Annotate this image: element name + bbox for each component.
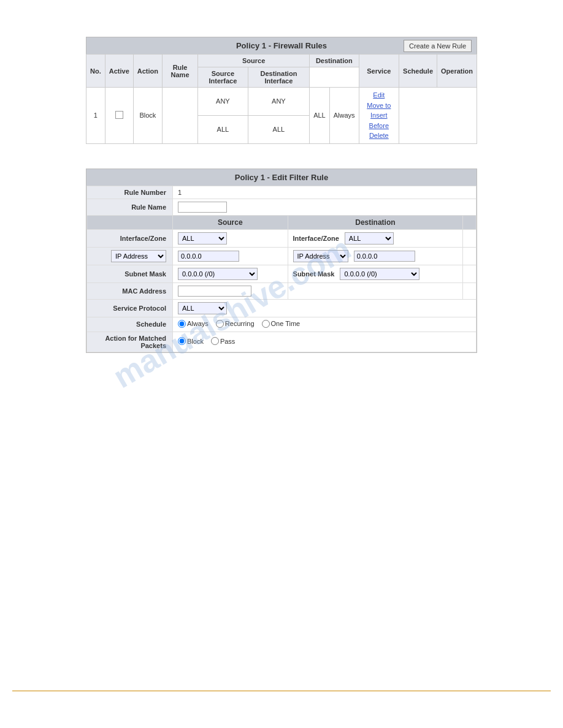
row-rule-name [163,88,198,144]
edit-rule-title: Policy 1 - Edit Filter Rule [86,169,477,186]
row-active-checkbox[interactable] [105,88,133,144]
dest-subnet-cell: Subnet Mask 0.0.0.0 (/0) [288,265,463,282]
source-subnet-select[interactable]: 0.0.0.0 (/0) [178,268,258,280]
action-pass-radio[interactable] [211,337,219,345]
row-source-iface: ALL [198,115,248,143]
bottom-divider [12,691,551,691]
dest-subnet-select[interactable]: 0.0.0.0 (/0) [340,268,419,280]
iface-zone-label: Interface/Zone [87,229,173,247]
col-schedule: Schedule [399,55,437,88]
row-action: Block [133,88,162,144]
firewall-rules-title: Policy 1 - Firewall Rules [236,41,327,50]
action-cell: Block Pass [173,332,477,352]
schedule-label: Schedule [87,317,173,332]
row-source-addr: ANY [198,88,248,116]
dest-iface-cell: Interface/Zone ALL [288,229,463,247]
schedule-always-label[interactable]: Always [178,320,209,328]
destination-header: Destination [288,215,463,229]
dest-ip-cell: IP Address [288,247,463,265]
col-action: Action [133,55,162,88]
delete-link[interactable]: Delete [363,131,396,141]
subnet-mask-label: Subnet Mask [87,265,173,282]
source-ip-input[interactable] [178,251,239,262]
create-new-rule-button[interactable]: Create a New Rule [404,40,472,52]
ip-address-label: IP Address [87,247,173,265]
source-subnet-cell: 0.0.0.0 (/0) [173,265,288,282]
action-pass-label[interactable]: Pass [211,337,235,345]
dest-subnet-label: Subnet Mask [293,270,335,278]
dest-ip-input[interactable] [354,251,415,262]
source-ip-cell [173,247,288,265]
rule-name-input[interactable] [178,202,227,213]
mac-address-cell [173,282,288,299]
source-iface-cell: ALL [173,229,288,247]
action-block-radio[interactable] [178,337,186,345]
col-source-group: Source [198,55,310,67]
col-source-interface: Source Interface [198,67,248,88]
schedule-recurring-label[interactable]: Recurring [216,320,255,328]
service-protocol-label: Service Protocol [87,299,173,317]
row-service: ALL [310,88,330,144]
schedule-cell: Always Recurring One Time [173,317,477,332]
row-schedule: Always [329,88,359,144]
row-operations: Edit Move to Insert Before Delete [359,88,399,144]
insert-before-link[interactable]: Insert Before [363,110,396,131]
row-dest-iface: ALL [248,115,309,143]
dest-iface-zone-label: Interface/Zone [293,235,339,242]
col-active: Active [105,55,133,88]
row-no: 1 [86,88,105,144]
col-destination-interface: Destination Interface [248,67,309,88]
source-ip-type-select[interactable]: IP Address [111,250,166,262]
col-operation: Operation [437,55,477,88]
dest-ip-type-select[interactable]: IP Address [293,250,348,262]
schedule-always-radio[interactable] [178,320,186,328]
action-label: Action for Matched Packets [87,332,173,352]
dest-iface-select[interactable]: ALL [345,232,394,245]
service-protocol-cell: ALL [173,299,477,317]
mac-address-label: MAC Address [87,282,173,299]
row-dest-addr: ANY [248,88,309,116]
move-to-link[interactable]: Move to [363,100,396,111]
rule-number-value: 1 [173,186,477,199]
action-block-label[interactable]: Block [178,337,204,345]
mac-address-input[interactable] [178,286,251,297]
schedule-onetime-label[interactable]: One Time [262,320,301,328]
source-header: Source [173,215,288,229]
source-iface-select[interactable]: ALL [178,232,227,245]
service-protocol-select[interactable]: ALL [178,302,227,314]
schedule-recurring-radio[interactable] [216,320,224,328]
edit-link[interactable]: Edit [363,90,396,100]
rule-number-label: Rule Number [87,186,173,199]
col-rule-name: Rule Name [163,55,198,88]
col-dest-group: Destination [310,55,359,67]
col-no: No. [86,55,105,88]
rule-name-label: Rule Name [87,199,173,215]
col-service: Service [359,55,399,88]
schedule-onetime-radio[interactable] [262,320,270,328]
